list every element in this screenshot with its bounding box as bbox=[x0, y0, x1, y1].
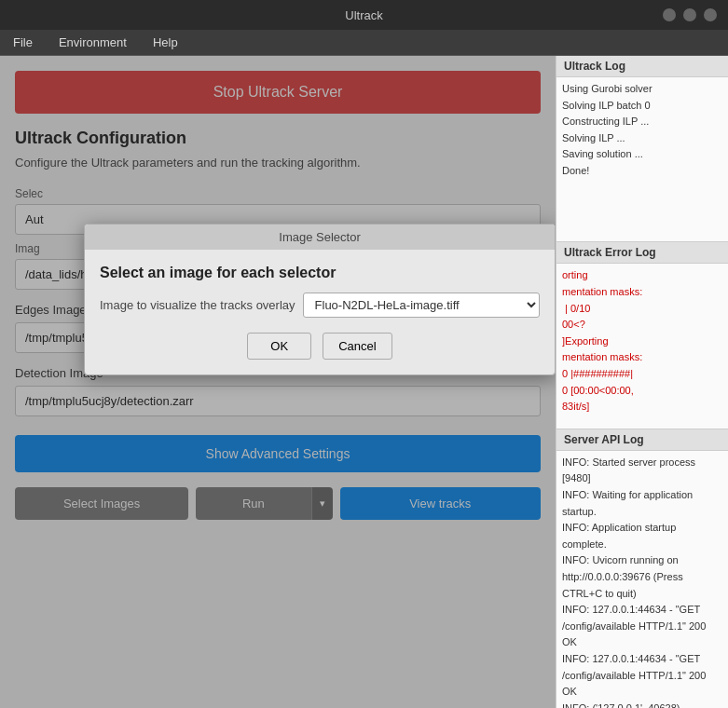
error-line: mentation masks: bbox=[562, 349, 722, 366]
server-api-log-header: Server API Log bbox=[556, 429, 728, 451]
error-line: orting bbox=[562, 267, 722, 284]
log-line: Solving ILP ... bbox=[562, 130, 722, 147]
modal-buttons: OK Cancel bbox=[100, 333, 540, 360]
close-button[interactable] bbox=[704, 8, 717, 21]
menu-bar: File Environment Help bbox=[0, 30, 728, 56]
error-line: 00<? bbox=[562, 317, 722, 334]
modal-cancel-button[interactable]: Cancel bbox=[323, 333, 391, 360]
modal-heading: Select an image for each selector bbox=[100, 265, 540, 281]
error-line: ]Exporting bbox=[562, 334, 722, 350]
menu-file[interactable]: File bbox=[7, 34, 38, 51]
server-api-log-content: INFO: Started server process [9480] INFO… bbox=[556, 451, 728, 708]
maximize-button[interactable] bbox=[683, 8, 696, 21]
api-log-line: INFO: 127.0.0.1:44634 - "GET /config/ava… bbox=[562, 602, 722, 651]
error-line: 0 |##########| bbox=[562, 366, 722, 383]
window-controls bbox=[663, 8, 717, 21]
api-log-line: INFO: Waiting for application startup. bbox=[562, 487, 722, 520]
title-bar: Ultrack bbox=[0, 0, 728, 30]
modal-row-label: Image to visualize the tracks overlay bbox=[100, 298, 295, 312]
ultrack-log-content: Using Gurobi solver Solving ILP batch 0 … bbox=[556, 77, 728, 241]
modal-selector-row: Image to visualize the tracks overlay Fl… bbox=[100, 293, 540, 318]
log-line: Done! bbox=[562, 163, 722, 180]
log-line: Solving ILP batch 0 bbox=[562, 98, 722, 115]
left-panel: Stop Ultrack Server Ultrack Configuratio… bbox=[0, 56, 556, 708]
menu-environment[interactable]: Environment bbox=[53, 34, 132, 51]
api-log-line: INFO: 127.0.0.1:44634 - "GET /config/ava… bbox=[562, 651, 722, 701]
log-line: Saving solution ... bbox=[562, 146, 722, 163]
server-api-log-section: Server API Log INFO: Started server proc… bbox=[556, 429, 728, 708]
menu-help[interactable]: Help bbox=[147, 34, 184, 51]
api-log-line: INFO: Started server process [9480] bbox=[562, 455, 722, 487]
log-line: Constructing ILP ... bbox=[562, 114, 722, 130]
api-log-line: INFO: ('127.0.0.1', 40628) - "WebSocket … bbox=[562, 701, 722, 708]
api-log-line: INFO: Application startup complete. bbox=[562, 520, 722, 552]
minimize-button[interactable] bbox=[663, 8, 676, 21]
ultrack-error-log-content: orting mentation masks: | 0/10 00<? ]Exp… bbox=[556, 264, 728, 428]
modal-ok-button[interactable]: OK bbox=[247, 333, 311, 360]
main-area: Stop Ultrack Server Ultrack Configuratio… bbox=[0, 56, 728, 708]
right-panel: Ultrack Log Using Gurobi solver Solving … bbox=[556, 56, 728, 708]
ultrack-log-section: Ultrack Log Using Gurobi solver Solving … bbox=[556, 56, 728, 241]
log-line: Using Gurobi solver bbox=[562, 81, 722, 98]
image-dropdown[interactable]: Fluo-N2DL-HeLa-image.tiff bbox=[303, 293, 540, 318]
error-line: mentation masks: bbox=[562, 284, 722, 301]
modal-title: Image Selector bbox=[85, 225, 555, 250]
modal-overlay: Image Selector Select an image for each … bbox=[0, 56, 556, 708]
ultrack-error-log-section: Ultrack Error Log orting mentation masks… bbox=[556, 242, 728, 428]
error-line: | 0/10 bbox=[562, 301, 722, 318]
api-log-line: INFO: Uvicorn running on http://0.0.0.0:… bbox=[562, 552, 722, 602]
ultrack-log-header: Ultrack Log bbox=[556, 56, 728, 77]
ultrack-error-log-header: Ultrack Error Log bbox=[556, 242, 728, 264]
error-line: 0 [00:00<00:00, bbox=[562, 383, 722, 400]
image-selector-modal: Image Selector Select an image for each … bbox=[84, 224, 556, 375]
modal-body: Select an image for each selector Image … bbox=[85, 250, 555, 374]
error-line: 83it/s] bbox=[562, 399, 722, 415]
app-title: Ultrack bbox=[345, 8, 382, 22]
